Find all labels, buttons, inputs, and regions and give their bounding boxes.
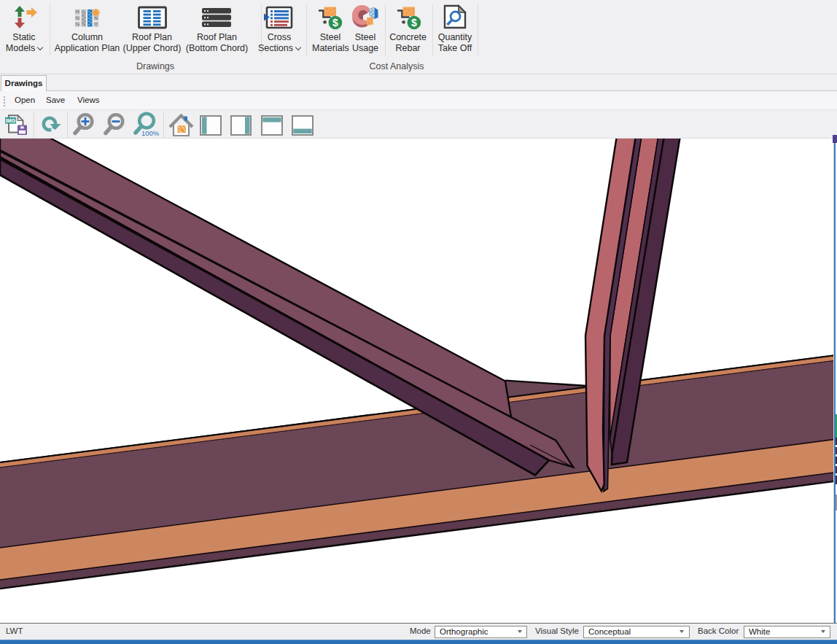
svg-text:$: $	[411, 17, 417, 28]
svg-text:IMG: IMG	[6, 117, 16, 124]
svg-text:$: $	[332, 17, 338, 28]
svg-text:100%: 100%	[141, 129, 160, 137]
